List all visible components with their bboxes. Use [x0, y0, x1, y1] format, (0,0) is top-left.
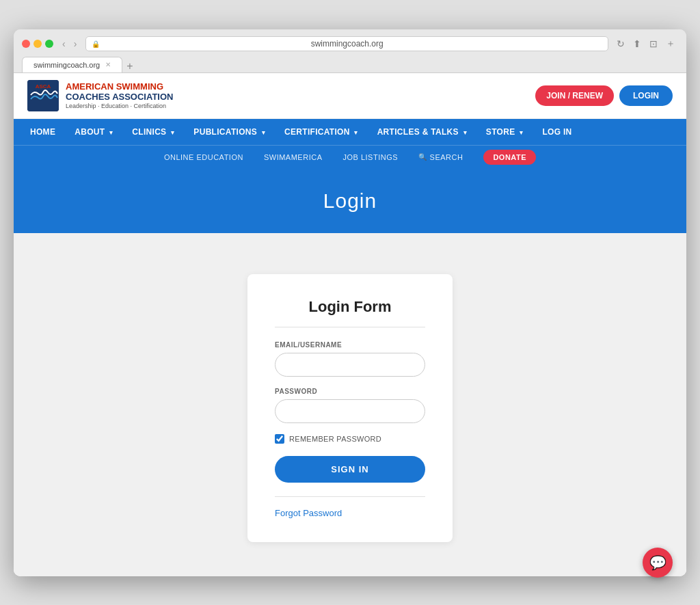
login-form-title: Login Form [275, 298, 425, 327]
main-content: Login Form EMAIL/USERNAME PASSWORD REMEM… [14, 233, 686, 576]
chat-icon: 💬 [649, 554, 667, 571]
tab-close-icon[interactable]: ✕ [105, 61, 111, 68]
donate-button[interactable]: DONATE [483, 150, 536, 165]
secondary-nav-swimamerica[interactable]: SWIMAMERICA [264, 153, 323, 161]
org-name-line2: COACHES ASSOCIATION [66, 92, 173, 103]
back-button[interactable]: ‹ [59, 37, 69, 51]
active-tab[interactable]: swimmingcoach.org ✕ [22, 57, 122, 72]
store-dropdown-arrow: ▾ [520, 129, 523, 136]
remember-checkbox[interactable] [275, 434, 284, 444]
about-dropdown-arrow: ▾ [109, 129, 113, 136]
email-form-group: EMAIL/USERNAME [275, 341, 425, 377]
svg-text:ASCA: ASCA [36, 83, 51, 90]
clinics-dropdown-arrow: ▾ [171, 129, 174, 136]
minimize-button[interactable] [33, 40, 42, 48]
page-hero: Login [14, 169, 686, 233]
login-card: Login Form EMAIL/USERNAME PASSWORD REMEM… [247, 274, 453, 542]
nav-log-in[interactable]: LOG IN [533, 119, 581, 145]
password-form-group: PASSWORD [275, 388, 425, 423]
traffic-lights [22, 40, 53, 48]
header-buttons: JOIN / RENEW LOGIN [535, 85, 673, 106]
view-button[interactable]: ⊡ [647, 36, 660, 51]
nav-buttons: ‹ › [59, 37, 80, 51]
chat-button[interactable]: 💬 [643, 548, 673, 578]
email-label: EMAIL/USERNAME [275, 341, 425, 349]
form-divider [275, 496, 425, 497]
browser-chrome: ‹ › swimmingcoach.org ↻ ⬆ ⊡ ＋ swimmingco… [14, 29, 686, 73]
search-label: SEARCH [430, 153, 463, 161]
join-renew-button[interactable]: JOIN / RENEW [535, 85, 614, 106]
remember-label: REMEMBER PASSWORD [289, 435, 381, 443]
page-title: Login [27, 189, 673, 213]
email-input[interactable] [275, 353, 425, 377]
logo-icon: ASCA [27, 80, 59, 111]
nav-clinics[interactable]: CLINICS ▾ [122, 119, 184, 145]
close-button[interactable] [22, 40, 30, 48]
articles-dropdown-arrow: ▾ [463, 129, 467, 136]
publications-dropdown-arrow: ▾ [262, 129, 265, 136]
forward-button[interactable]: › [70, 37, 81, 51]
nav-publications[interactable]: PUBLICATIONS ▾ [184, 119, 275, 145]
certification-dropdown-arrow: ▾ [354, 129, 358, 136]
org-tagline: Leadership · Education · Certification [66, 103, 173, 110]
address-bar[interactable]: swimmingcoach.org [85, 36, 608, 51]
nav-certification[interactable]: CERTIFICATION ▾ [275, 119, 368, 145]
forgot-password-link[interactable]: Forgot Password [275, 508, 425, 518]
login-header-button[interactable]: LOGIN [619, 85, 673, 106]
secondary-nav-job-listings[interactable]: JOB LISTINGS [342, 153, 398, 161]
logo-text: AMERICAN SWIMMING COACHES ASSOCIATION Le… [66, 81, 173, 110]
nav-about[interactable]: ABOUT ▾ [65, 119, 122, 145]
nav-store[interactable]: STORE ▾ [476, 119, 533, 145]
logo-area: ASCA AMERICAN SWIMMING COACHES ASSOCIATI… [27, 80, 173, 111]
password-input[interactable] [275, 399, 425, 423]
add-tab-button[interactable]: + [122, 60, 137, 72]
main-nav: HOME ABOUT ▾ CLINICS ▾ PUBLICATIONS ▾ CE… [14, 119, 686, 145]
website-content: ASCA AMERICAN SWIMMING COACHES ASSOCIATI… [14, 73, 686, 576]
tab-label: swimmingcoach.org [33, 61, 100, 69]
nav-home[interactable]: HOME [21, 119, 65, 145]
remember-password-row: REMEMBER PASSWORD [275, 434, 425, 444]
browser-window: ‹ › swimmingcoach.org ↻ ⬆ ⊡ ＋ swimmingco… [14, 29, 686, 576]
refresh-button[interactable]: ↻ [614, 36, 628, 51]
nav-articles-talks[interactable]: ARTICLES & TALKS ▾ [368, 119, 476, 145]
maximize-button[interactable] [45, 40, 53, 48]
sign-in-button[interactable]: SIGN IN [275, 456, 425, 483]
share-button[interactable]: ⬆ [630, 36, 644, 51]
password-label: PASSWORD [275, 388, 425, 395]
site-header: ASCA AMERICAN SWIMMING COACHES ASSOCIATI… [14, 73, 686, 119]
org-name-line1: AMERICAN SWIMMING [66, 81, 173, 92]
secondary-nav: ONLINE EDUCATION SWIMAMERICA JOB LISTING… [14, 145, 686, 169]
new-tab-button[interactable]: ＋ [663, 36, 678, 51]
secondary-nav-online-education[interactable]: ONLINE EDUCATION [164, 153, 243, 161]
secondary-nav-search[interactable]: SEARCH [418, 153, 463, 161]
